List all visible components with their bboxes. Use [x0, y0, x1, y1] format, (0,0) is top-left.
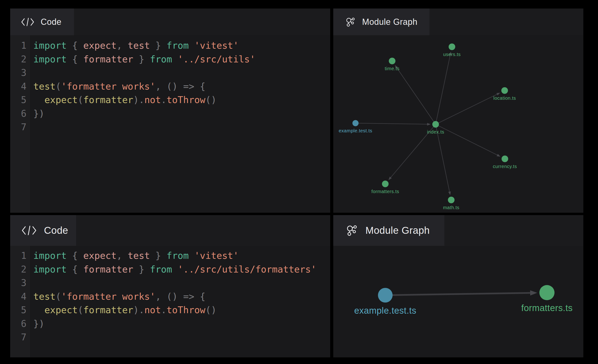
graph-edge-arrowhead	[497, 154, 500, 157]
graph-node-circle[interactable]	[382, 181, 389, 187]
line-number: 1	[10, 39, 30, 52]
code-panel-bottom-header: Code	[10, 215, 330, 246]
graph-node-location.ts[interactable]: location.ts	[493, 87, 516, 101]
code-token: ).	[133, 95, 144, 105]
graph-edge-index-users	[436, 55, 450, 124]
code-line: 1import { expect, test } from 'vitest'	[10, 39, 330, 52]
line-number: 7	[10, 331, 30, 344]
code-token: expect	[44, 95, 78, 105]
graph-node-circle[interactable]	[448, 197, 455, 203]
line-number: 5	[10, 303, 30, 317]
code-text	[30, 331, 33, 344]
graph-node-circle[interactable]	[448, 43, 455, 50]
module-graph-svg-top: users.tstime.tslocation.tsexample.test.t…	[333, 35, 583, 213]
code-token: (	[78, 95, 83, 105]
code-token: , () => {	[156, 291, 205, 302]
code-line: 3	[10, 66, 330, 80]
code-token: ).	[133, 305, 144, 315]
code-token: import	[33, 264, 67, 275]
graph-node-index.ts[interactable]: index.ts	[427, 121, 444, 134]
line-number: 2	[10, 263, 30, 276]
code-line: 3	[10, 276, 330, 290]
graph-node-currency.ts[interactable]: currency.ts	[493, 156, 517, 169]
tab-code-top[interactable]: Code	[10, 8, 74, 35]
graph-node-math.ts[interactable]: math.ts	[443, 197, 459, 210]
code-line: 6})	[10, 107, 330, 121]
graph-node-example.test.ts[interactable]: example.test.ts	[339, 120, 372, 133]
graph-edge-arrowhead	[530, 290, 537, 296]
code-token: (	[78, 305, 83, 315]
code-text: import { formatter } from '../src/utils/…	[30, 263, 316, 276]
module-graph-canvas-bottom: example.test.tsformatters.ts	[333, 246, 583, 357]
tab-code-bottom[interactable]: Code	[10, 215, 76, 246]
code-line: 4test('formatter works', () => {	[10, 290, 330, 304]
code-token: 'vitest'	[194, 250, 239, 261]
graph-node-circle[interactable]	[352, 120, 358, 126]
graph-node-formatters.ts[interactable]: formatters.ts	[521, 285, 573, 313]
graph-node-time.ts[interactable]: time.ts	[385, 58, 399, 71]
tab-module-graph-top[interactable]: Module Graph	[333, 8, 430, 35]
code-token: {	[67, 40, 83, 51]
code-line: 7	[10, 331, 330, 344]
code-token	[189, 250, 194, 261]
code-token: (	[56, 81, 61, 92]
graph-node-label: location.ts	[493, 96, 516, 101]
module-graph-icon	[346, 224, 358, 237]
graph-edge-example-formatters	[385, 293, 530, 295]
code-panel-top: Code 1import { expect, test } from 'vite…	[10, 8, 330, 213]
tab-module-graph-label: Module Graph	[362, 17, 417, 27]
graph-edge-arrowhead	[448, 191, 451, 195]
code-token: from	[150, 264, 172, 275]
code-token: formatter	[83, 264, 133, 275]
code-token: })	[33, 318, 44, 329]
graph-node-circle[interactable]	[501, 87, 508, 94]
code-token: }	[150, 250, 166, 261]
code-token: '../src/utils'	[178, 54, 256, 65]
tab-module-graph-bottom[interactable]: Module Graph	[333, 215, 444, 246]
line-number: 3	[10, 66, 30, 80]
code-text: import { formatter } from '../src/utils'	[30, 52, 255, 66]
graph-node-example.test.ts[interactable]: example.test.ts	[354, 288, 416, 315]
graph-node-circle[interactable]	[539, 285, 555, 300]
graph-node-label: math.ts	[443, 205, 459, 210]
code-token: ,	[116, 40, 128, 51]
code-text: })	[30, 107, 44, 121]
code-token: test	[33, 81, 56, 92]
code-text: import { expect, test } from 'vitest'	[30, 249, 239, 263]
code-text: })	[30, 317, 44, 331]
code-line: 2import { formatter } from '../src/utils…	[10, 52, 330, 66]
code-token	[33, 95, 44, 105]
module-graph-icon	[345, 17, 356, 27]
code-text: expect(formatter).not.toThrow()	[30, 93, 216, 107]
line-number: 4	[10, 290, 30, 304]
code-token: formatter	[83, 54, 133, 65]
graph-node-circle[interactable]	[389, 58, 395, 64]
code-line: 2import { formatter } from '../src/utils…	[10, 263, 330, 276]
graph-edge-index-location	[436, 94, 497, 124]
module-graph-panel-bottom: Module Graph example.test.tsformatters.t…	[333, 215, 583, 357]
code-text: expect(formatter).not.toThrow()	[30, 303, 216, 317]
code-token: formatter	[83, 305, 133, 315]
graph-node-label: formatters.ts	[371, 189, 399, 194]
code-lines-top: 1import { expect, test } from 'vitest'2i…	[10, 39, 330, 134]
graph-node-circle[interactable]	[378, 288, 393, 303]
code-token: '../src/utils/formatters'	[178, 264, 316, 275]
tab-module-graph-label: Module Graph	[365, 225, 430, 236]
code-token: not	[144, 305, 161, 315]
code-token: }	[133, 264, 150, 275]
code-token: {	[67, 264, 83, 275]
line-number: 1	[10, 249, 30, 263]
graph-node-label: example.test.ts	[354, 306, 416, 315]
code-token: expect	[44, 305, 78, 315]
code-token: , () => {	[156, 81, 205, 92]
graph-node-circle[interactable]	[432, 121, 439, 128]
graph-node-formatters.ts[interactable]: formatters.ts	[371, 181, 399, 194]
code-line: 1import { expect, test } from 'vitest'	[10, 249, 330, 263]
code-text	[30, 120, 33, 134]
line-number: 5	[10, 93, 30, 107]
code-token	[172, 264, 177, 275]
graph-node-circle[interactable]	[502, 156, 508, 162]
code-editor-bottom: 1import { expect, test } from 'vitest'2i…	[10, 246, 330, 357]
graph-node-users.ts[interactable]: users.ts	[443, 43, 461, 57]
code-token: from	[167, 250, 189, 261]
